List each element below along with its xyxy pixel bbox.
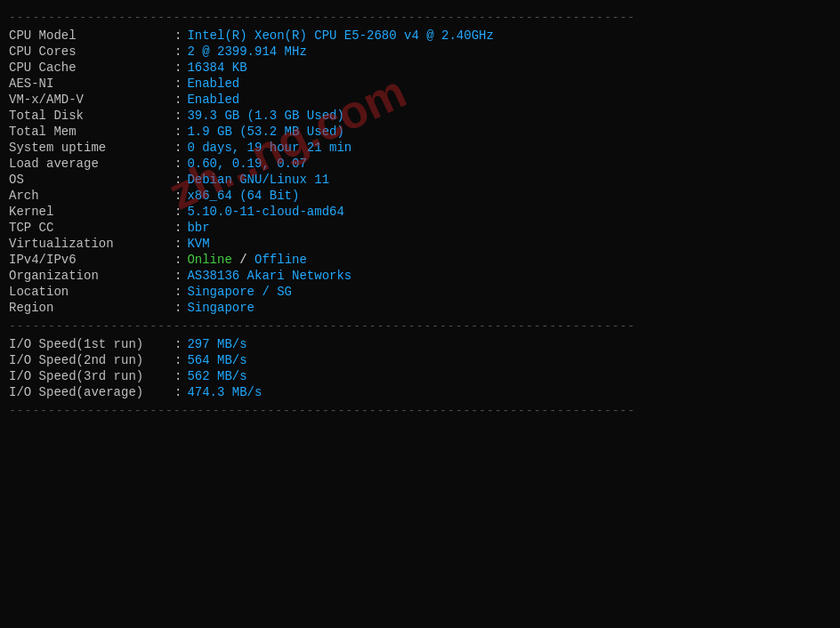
io-run1-colon: : [169,336,187,352]
os-row: OS : Debian GNU/Linux 11 [9,172,831,188]
io-run3-row: I/O Speed(3rd run) : 562 MB/s [9,368,831,384]
arch-colon: : [169,188,187,204]
vm-row: VM-x/AMD-V : Enabled [9,92,831,108]
ipv4-label: IPv4/IPv6 [9,252,169,268]
org-value: AS38136 Akari Networks [187,268,831,284]
ipv4-separator: / [232,253,254,267]
top-dashes: ----------------------------------------… [9,11,831,24]
kernel-label: Kernel [9,204,169,220]
io-run1-value: 297 MB/s [187,336,831,352]
tcp-value: bbr [187,220,831,236]
uptime-label: System uptime [9,140,169,156]
location-value: Singapore / SG [187,284,831,300]
cpu-cores-row: CPU Cores : 2 @ 2399.914 MHz [9,44,831,60]
vm-label: VM-x/AMD-V [9,92,169,108]
uptime-row: System uptime : 0 days, 19 hour 21 min [9,140,831,156]
cpu-cache-row: CPU Cache : 16384 KB [9,60,831,76]
aes-ni-value: Enabled [187,76,831,92]
ipv4-value: Online / Offline [187,252,831,268]
kernel-value: 5.10.0-11-cloud-amd64 [187,204,831,220]
tcp-colon: : [169,220,187,236]
aes-ni-label: AES-NI [9,76,169,92]
cpu-model-row: CPU Model : Intel(R) Xeon(R) CPU E5-2680… [9,28,831,44]
ipv4-row: IPv4/IPv6 : Online / Offline [9,252,831,268]
os-colon: : [169,172,187,188]
region-colon: : [169,300,187,316]
uptime-colon: : [169,140,187,156]
location-colon: : [169,284,187,300]
io-avg-label: I/O Speed(average) [9,384,169,400]
io-run3-label: I/O Speed(3rd run) [9,368,169,384]
io-run3-colon: : [169,368,187,384]
kernel-row: Kernel : 5.10.0-11-cloud-amd64 [9,204,831,220]
bottom-dashes: ----------------------------------------… [9,404,831,417]
cpu-model-value: Intel(R) Xeon(R) CPU E5-2680 v4 @ 2.40GH… [187,28,831,44]
io-run1-row: I/O Speed(1st run) : 297 MB/s [9,336,831,352]
cpu-model-colon: : [169,28,187,44]
load-colon: : [169,156,187,172]
location-label: Location [9,284,169,300]
kernel-colon: : [169,204,187,220]
system-info-table: CPU Model : Intel(R) Xeon(R) CPU E5-2680… [9,28,831,316]
io-run2-colon: : [169,352,187,368]
io-run2-label: I/O Speed(2nd run) [9,352,169,368]
top-section: ----------------------------------------… [9,11,831,417]
vm-value: Enabled [187,92,831,108]
io-run3-value: 562 MB/s [187,368,831,384]
cpu-cores-label: CPU Cores [9,44,169,60]
virt-colon: : [169,236,187,252]
virt-value: KVM [187,236,831,252]
org-colon: : [169,268,187,284]
mid-dashes: ----------------------------------------… [9,319,831,333]
tcp-label: TCP CC [9,220,169,236]
org-label: Organization [9,268,169,284]
cpu-cache-colon: : [169,60,187,76]
load-value: 0.60, 0.19, 0.07 [187,156,831,172]
ipv4-offline: Offline [254,253,307,267]
region-row: Region : Singapore [9,300,831,316]
total-mem-label: Total Mem [9,124,169,140]
io-avg-value: 474.3 MB/s [187,384,831,400]
ipv4-online: Online [187,253,231,267]
aes-ni-colon: : [169,76,187,92]
arch-label: Arch [9,188,169,204]
io-avg-colon: : [169,384,187,400]
total-disk-row: Total Disk : 39.3 GB (1.3 GB Used) [9,108,831,124]
org-row: Organization : AS38136 Akari Networks [9,268,831,284]
cpu-cores-value: 2 @ 2399.914 MHz [187,44,831,60]
load-label: Load average [9,156,169,172]
io-run2-value: 564 MB/s [187,352,831,368]
region-value: Singapore [187,300,831,316]
total-mem-value: 1.9 GB (53.2 MB Used) [187,124,831,140]
os-label: OS [9,172,169,188]
total-disk-colon: : [169,108,187,124]
os-value: Debian GNU/Linux 11 [187,172,831,188]
total-mem-colon: : [169,124,187,140]
cpu-cache-label: CPU Cache [9,60,169,76]
virt-row: Virtualization : KVM [9,236,831,252]
total-mem-row: Total Mem : 1.9 GB (53.2 MB Used) [9,124,831,140]
tcp-row: TCP CC : bbr [9,220,831,236]
arch-value: x86_64 (64 Bit) [187,188,831,204]
vm-colon: : [169,92,187,108]
cpu-cores-colon: : [169,44,187,60]
ipv4-colon: : [169,252,187,268]
cpu-model-label: CPU Model [9,28,169,44]
total-disk-label: Total Disk [9,108,169,124]
location-row: Location : Singapore / SG [9,284,831,300]
load-row: Load average : 0.60, 0.19, 0.07 [9,156,831,172]
io-table: I/O Speed(1st run) : 297 MB/s I/O Speed(… [9,336,831,400]
io-run1-label: I/O Speed(1st run) [9,336,169,352]
region-label: Region [9,300,169,316]
cpu-cache-value: 16384 KB [187,60,831,76]
io-run2-row: I/O Speed(2nd run) : 564 MB/s [9,352,831,368]
io-avg-row: I/O Speed(average) : 474.3 MB/s [9,384,831,400]
virt-label: Virtualization [9,236,169,252]
total-disk-value: 39.3 GB (1.3 GB Used) [187,108,831,124]
uptime-value: 0 days, 19 hour 21 min [187,140,831,156]
arch-row: Arch : x86_64 (64 Bit) [9,188,831,204]
aes-ni-row: AES-NI : Enabled [9,76,831,92]
